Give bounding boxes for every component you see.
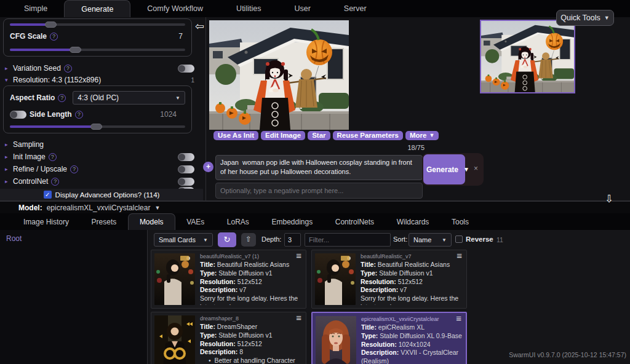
- bottom-tab-embeddings[interactable]: Embeddings: [260, 213, 324, 230]
- resolution-row[interactable]: ▾ Resolution: 4:3 (1152x896) 1: [0, 75, 203, 85]
- nav-tab-server[interactable]: Server: [327, 0, 383, 17]
- depth-input[interactable]: [284, 233, 301, 247]
- help-icon[interactable]: ?: [51, 178, 59, 186]
- bottom-tab-image-history[interactable]: Image History: [12, 213, 80, 230]
- prompt-input[interactable]: Japan woman pop idle with Halloween cosp…: [215, 155, 423, 180]
- card-menu-icon[interactable]: ≡: [296, 251, 301, 260]
- card-body: dreamshaper_8Title: DreamShaperType: Sta…: [200, 315, 303, 364]
- help-icon[interactable]: ?: [70, 165, 78, 173]
- plus-icon[interactable]: +: [203, 162, 213, 172]
- vertical-splitter[interactable]: [205, 17, 206, 200]
- refine-upscale-toggle[interactable]: [178, 165, 194, 173]
- help-icon[interactable]: ?: [75, 111, 83, 119]
- refine-upscale-section[interactable]: ▸ Refine / Upscale ?: [0, 164, 203, 174]
- controlnet-label: ControlNet: [13, 177, 48, 186]
- sampling-section[interactable]: ▸ Sampling: [0, 140, 203, 149]
- generate-button[interactable]: Generate ▼: [423, 154, 465, 184]
- sort-label: Sort:: [393, 235, 407, 243]
- upload-icon[interactable]: ⇧: [241, 233, 256, 247]
- bottom-tab-controlnets[interactable]: ControlNets: [324, 213, 385, 230]
- advanced-options-checkbox[interactable]: ✓: [44, 191, 52, 199]
- model-card-dreamshaper-8[interactable]: dreamshaper_8Title: DreamShaperType: Sta…: [151, 312, 306, 364]
- model-card-epicrealismxl-vxviicrystalclear[interactable]: epicrealismXL_vxviiCrystalclearTitle: ep…: [311, 312, 467, 364]
- top-nav-bar: SimpleGenerateComfy WorkflowUtilitiesUse…: [0, 0, 630, 17]
- card-field: Description: v7: [200, 286, 303, 295]
- steps-slider[interactable]: [10, 23, 185, 26]
- collapse-down-icon[interactable]: ⇩: [605, 192, 613, 205]
- nav-tab-utilities[interactable]: Utilities: [220, 0, 277, 17]
- aspect-ratio-select[interactable]: 4:3 (Old PC) ▼: [73, 91, 185, 105]
- nav-tab-generate[interactable]: Generate: [64, 0, 130, 17]
- caret-down-icon[interactable]: ▼: [461, 166, 472, 173]
- help-icon[interactable]: ?: [49, 153, 57, 161]
- card-field: Resolution: 1024x1024: [361, 341, 463, 349]
- filter-input[interactable]: [305, 233, 391, 247]
- card-body: beautifulRealistic_v7 (1)Title: Beautifu…: [200, 253, 303, 305]
- image-history-thumbnail[interactable]: [480, 20, 575, 93]
- negative-prompt-input[interactable]: [215, 183, 423, 199]
- card-description-line: Sorry for the long delay. Heres the late…: [361, 295, 463, 305]
- cfg-scale-slider[interactable]: [10, 49, 185, 51]
- model-card-beautifulrealistic-v7[interactable]: beautifulRealistic_v7Title: Beautiful Re…: [311, 250, 467, 309]
- card-menu-icon[interactable]: ≡: [296, 314, 301, 322]
- bottom-tab-presets[interactable]: Presets: [81, 213, 128, 230]
- help-icon[interactable]: ?: [50, 33, 58, 41]
- side-length-slider[interactable]: [10, 125, 185, 128]
- reuse-parameters-button[interactable]: Reuse Parameters: [333, 131, 403, 140]
- card-field: Title: DreamShaper: [200, 323, 303, 331]
- init-image-toggle[interactable]: [178, 153, 194, 161]
- controlnet-toggle[interactable]: [178, 178, 194, 186]
- sort-select[interactable]: Name ▼: [409, 233, 452, 247]
- card-size-value: Small Cards: [159, 236, 196, 243]
- card-field: Resolution: 512x512: [361, 278, 463, 287]
- card-description-line: Sorry for the long delay. Heres the late…: [200, 295, 303, 305]
- card-size-select[interactable]: Small Cards ▼: [154, 233, 213, 247]
- cfg-scale-value[interactable]: 7: [178, 32, 183, 41]
- bottom-tab-models[interactable]: Models: [128, 213, 175, 230]
- resolution-label: Resolution: 4:3 (1152x896): [13, 76, 101, 84]
- controlnet-section[interactable]: ▸ ControlNet ?: [0, 176, 203, 186]
- close-icon[interactable]: ×: [474, 164, 478, 173]
- reverse-checkbox[interactable]: [455, 235, 463, 243]
- resolution-badge: 1: [191, 77, 194, 84]
- model-select-bar[interactable]: Model: epicrealismXL_vxviiCrystalclear ▼: [0, 202, 630, 213]
- generate-label: Generate: [423, 165, 458, 174]
- edit-image-button[interactable]: Edit Image: [261, 131, 305, 140]
- tree-root-item[interactable]: Root: [6, 234, 141, 243]
- nav-tab-comfy-workflow[interactable]: Comfy Workflow: [130, 0, 220, 17]
- variation-seed-row[interactable]: ▸ Variation Seed ?: [0, 63, 203, 73]
- use-as-init-button[interactable]: Use As Init: [213, 131, 258, 140]
- bottom-tab-wildcards[interactable]: Wildcards: [386, 213, 441, 230]
- card-field: Title: Beautiful Realistic Asians: [200, 261, 303, 269]
- card-thumbnail: [154, 315, 195, 364]
- refresh-icon[interactable]: ↻: [218, 232, 236, 247]
- model-folder-tree: Root: [0, 230, 148, 364]
- bottom-tab-loras[interactable]: LoRAs: [216, 213, 260, 230]
- side-length-toggle[interactable]: [10, 111, 26, 119]
- star-button[interactable]: Star: [308, 131, 330, 140]
- card-menu-icon[interactable]: ≡: [456, 314, 461, 323]
- model-value[interactable]: epicrealismXL_vxviiCrystalclear: [47, 204, 151, 212]
- card-thumbnail: [316, 316, 356, 364]
- side-length-value: 1024: [160, 110, 177, 119]
- nav-tab-simple[interactable]: Simple: [7, 0, 64, 17]
- quick-tools-button[interactable]: Quick Tools ▼: [556, 10, 614, 26]
- caret-down-icon: ▼: [604, 15, 610, 21]
- variation-seed-toggle[interactable]: [178, 65, 194, 73]
- model-count: 11: [496, 236, 503, 243]
- caret-down-icon: ▼: [175, 95, 180, 101]
- init-image-section[interactable]: ▸ Init Image ?: [0, 152, 203, 162]
- bottom-tab-tools[interactable]: Tools: [441, 213, 480, 230]
- model-card-beautifulrealistic-v7-1[interactable]: beautifulRealistic_v7 (1)Title: Beautifu…: [151, 250, 306, 309]
- help-icon[interactable]: ?: [58, 94, 66, 102]
- help-icon[interactable]: ?: [64, 65, 72, 73]
- chevron-right-icon: ▸: [5, 178, 10, 184]
- more-button[interactable]: More▼: [405, 131, 439, 140]
- bottom-tabs: Image HistoryPresetsModelsVAEsLoRAsEmbed…: [0, 213, 492, 230]
- aspect-ratio-value: 4:3 (Old PC): [78, 93, 119, 102]
- card-menu-icon[interactable]: ≡: [457, 251, 462, 260]
- nav-tab-user[interactable]: User: [277, 0, 327, 17]
- current-image-preview[interactable]: [209, 20, 349, 130]
- collapse-left-icon[interactable]: ⇦: [195, 20, 204, 33]
- bottom-tab-vaes[interactable]: VAEs: [175, 213, 215, 230]
